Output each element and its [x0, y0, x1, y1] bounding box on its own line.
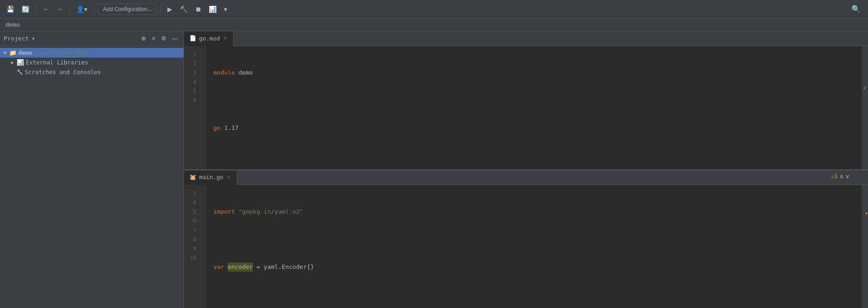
tab-main-go[interactable]: 🐹 main.go ×: [184, 170, 237, 185]
main-code-line-3: import "gopkg.in/yaml.v2": [213, 207, 862, 216]
tab-go-mod-close[interactable]: ×: [223, 35, 228, 41]
line-num-5: 5: [184, 87, 200, 96]
add-configuration-button[interactable]: Add Configuration...: [98, 4, 157, 15]
chevron-down-icon: ▼: [4, 50, 6, 55]
save-button[interactable]: 💾: [4, 4, 17, 15]
line-num-b4: 4: [184, 198, 200, 207]
folder-icon: 📁: [9, 49, 17, 56]
more-button[interactable]: ▾: [221, 4, 230, 15]
titlebar: demo: [0, 18, 868, 31]
main-go-code[interactable]: import "gopkg.in/yaml.v2" var encoder = …: [206, 185, 862, 308]
build-button[interactable]: 🔨: [177, 4, 190, 15]
go-mod-code[interactable]: module demo go 1.17 require gopkg.in/yam…: [206, 46, 862, 169]
coverage-button[interactable]: 📊: [206, 4, 219, 15]
go-mod-editor[interactable]: 1 2 3 4 5 6 module demo go 1.17 require …: [184, 46, 868, 169]
line-num-b5: 5: [184, 207, 200, 216]
demo-path: D:\workspace\demo: [36, 50, 88, 56]
toolbar-separator-4: [160, 5, 161, 14]
main-code-line-6: [213, 290, 862, 299]
main-go-scrollbar[interactable]: [862, 185, 868, 308]
run-button[interactable]: ▶: [165, 4, 175, 15]
sidebar-header: Project ▾ ⊕ ≡ ⚙ —: [0, 31, 183, 46]
line-num-2: 2: [184, 59, 200, 68]
scratch-expand-icon: ▶: [11, 70, 14, 75]
toolbar-separator-1: [36, 5, 36, 14]
tab-main-go-label: main.go: [199, 174, 223, 180]
line-num-1: 1: [184, 50, 200, 59]
search-button[interactable]: 🔍: [848, 3, 864, 15]
bottom-editor-pane: 🐹 main.go × ⚠1 ∧ ∨ 3 4 5 6: [184, 170, 868, 308]
toolbar-separator-2: [69, 5, 70, 14]
demo-label: demo: [18, 49, 32, 56]
toolbar: 💾 🔄 ← → 👤▾ Add Configuration... ▶ 🔨 ⏹ 📊 …: [0, 0, 868, 18]
top-editor-pane: 📄 go.mod × 1 2 3 4 5 6 modul: [184, 31, 868, 170]
sidebar-header-icons: ⊕ ≡ ⚙ —: [139, 34, 180, 43]
ext-lib-icon: 📊: [17, 59, 24, 66]
line-num-b3: 3: [184, 189, 200, 198]
code-line-3: go 1.17: [213, 123, 862, 133]
sidebar-item-scratches-and-consoles[interactable]: ▶ 🔧 Scratches and Consoles: [0, 67, 183, 77]
line-num-b9: 9: [184, 244, 200, 253]
tab-main-go-close[interactable]: ×: [226, 174, 231, 180]
warning-line-indicator: [866, 213, 867, 214]
warning-down-button[interactable]: ∨: [845, 173, 850, 180]
minimize-icon-button[interactable]: —: [170, 34, 180, 43]
go-mod-line-numbers: 1 2 3 4 5 6: [184, 46, 206, 169]
tab-go-mod[interactable]: 📄 go.mod ×: [184, 31, 234, 46]
external-libraries-label: External Libraries: [26, 59, 88, 66]
line-num-b8: 8: [184, 235, 200, 244]
line-num-4: 4: [184, 77, 200, 87]
line-num-b6: 6: [184, 216, 200, 226]
check-icon: ✓: [863, 83, 867, 92]
main-code-line-4: [213, 235, 862, 244]
warning-up-button[interactable]: ∧: [839, 173, 844, 180]
settings-icon-button[interactable]: ⚙: [159, 34, 168, 43]
editor-area: 📄 go.mod × 1 2 3 4 5 6 modul: [184, 31, 868, 308]
project-title: Project: [4, 35, 29, 42]
main-layout: Project ▾ ⊕ ≡ ⚙ — ▼ 📁 demo D:\workspace\…: [0, 31, 868, 308]
scratches-and-consoles-label: Scratches and Consoles: [25, 69, 101, 76]
profile-button[interactable]: 👤▾: [74, 4, 90, 15]
toolbar-right: 🔍: [848, 3, 864, 15]
tab-go-mod-label: go.mod: [199, 35, 220, 42]
line-num-6: 6: [184, 96, 200, 105]
warning-status: ⚠1 ∧ ∨: [831, 173, 850, 180]
sidebar: Project ▾ ⊕ ≡ ⚙ — ▼ 📁 demo D:\workspace\…: [0, 31, 184, 308]
scratch-icon: 🔧: [17, 69, 23, 75]
top-tab-bar: 📄 go.mod ×: [184, 31, 868, 46]
editor-split: 📄 go.mod × 1 2 3 4 5 6 modul: [184, 31, 868, 308]
bottom-tab-bar: 🐹 main.go × ⚠1 ∧ ∨: [184, 170, 868, 185]
add-icon-button[interactable]: ⊕: [139, 34, 148, 43]
go-file-icon: 🐹: [189, 174, 196, 180]
code-line-4: [213, 151, 862, 160]
sidebar-tree: ▼ 📁 demo D:\workspace\demo ▶ 📊 External …: [0, 46, 183, 308]
line-num-3: 3: [184, 68, 200, 77]
main-go-editor[interactable]: 3 4 5 6 7 8 9 10 import "gopkg.in/yaml.v…: [184, 185, 868, 308]
line-num-b10: 10: [184, 253, 200, 262]
sidebar-item-external-libraries[interactable]: ▶ 📊 External Libraries: [0, 58, 183, 67]
back-button[interactable]: ←: [40, 4, 52, 15]
project-dropdown-icon[interactable]: ▾: [32, 35, 35, 42]
mod-file-icon: 📄: [189, 35, 196, 41]
structure-icon-button[interactable]: ≡: [150, 34, 157, 43]
go-mod-scrollbar[interactable]: ✓: [862, 46, 868, 169]
code-line-1: module demo: [213, 68, 862, 77]
sidebar-item-demo[interactable]: ▼ 📁 demo D:\workspace\demo: [0, 48, 183, 58]
stop-button[interactable]: ⏹: [192, 4, 204, 15]
warning-count: ⚠1: [831, 173, 838, 180]
code-line-2: [213, 96, 862, 105]
main-code-line-5: var encoder = yaml.Encoder{}: [213, 262, 862, 272]
line-num-b7: 7: [184, 226, 200, 235]
chevron-right-icon: ▶: [11, 60, 14, 65]
window-title: demo: [6, 21, 20, 28]
main-go-line-numbers: 3 4 5 6 7 8 9 10: [184, 185, 206, 308]
toolbar-separator-3: [94, 5, 94, 14]
refresh-button[interactable]: 🔄: [19, 4, 32, 15]
forward-button[interactable]: →: [54, 4, 66, 15]
